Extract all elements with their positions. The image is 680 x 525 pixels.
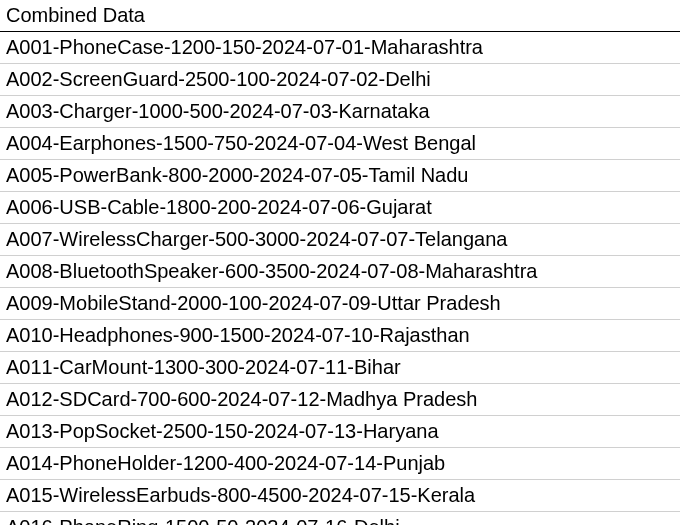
table-row: A012-SDCard-700-600-2024-07-12-Madhya Pr… [0,384,680,416]
table-row: A013-PopSocket-2500-150-2024-07-13-Harya… [0,416,680,448]
table-row: A015-WirelessEarbuds-800-4500-2024-07-15… [0,480,680,512]
table-row: A004-Earphones-1500-750-2024-07-04-West … [0,128,680,160]
table-row: A014-PhoneHolder-1200-400-2024-07-14-Pun… [0,448,680,480]
table-row: A016-PhoneRing-1500-50-2024-07-16-Delhi [0,512,680,525]
table-row: A009-MobileStand-2000-100-2024-07-09-Utt… [0,288,680,320]
table-row: A003-Charger-1000-500-2024-07-03-Karnata… [0,96,680,128]
table-row: A010-Headphones-900-1500-2024-07-10-Raja… [0,320,680,352]
data-table: Combined Data A001-PhoneCase-1200-150-20… [0,0,680,525]
table-row: A008-BluetoothSpeaker-600-3500-2024-07-0… [0,256,680,288]
table-row: A011-CarMount-1300-300-2024-07-11-Bihar [0,352,680,384]
table-row: A007-WirelessCharger-500-3000-2024-07-07… [0,224,680,256]
table-row: A002-ScreenGuard-2500-100-2024-07-02-Del… [0,64,680,96]
table-header: Combined Data [0,0,680,32]
table-row: A006-USB-Cable-1800-200-2024-07-06-Gujar… [0,192,680,224]
table-row: A005-PowerBank-800-2000-2024-07-05-Tamil… [0,160,680,192]
table-row: A001-PhoneCase-1200-150-2024-07-01-Mahar… [0,32,680,64]
